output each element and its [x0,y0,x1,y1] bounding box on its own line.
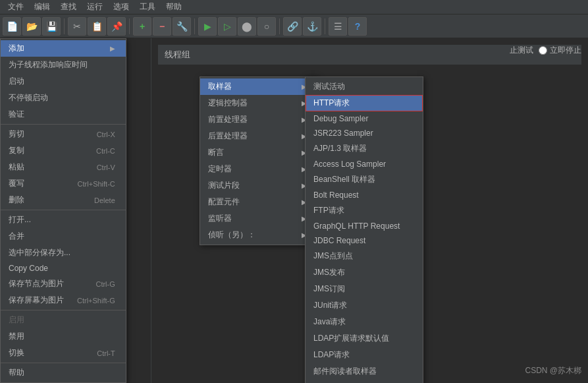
menu-open[interactable]: 打开... [1,212,126,228]
toolbar-sep1 [64,18,65,34]
sampler-jsr223[interactable]: JSR223 Sampler [306,126,423,140]
menu-disable[interactable]: 禁用 [1,328,126,345]
toolbar-circle1[interactable]: ⬤ [238,17,256,36]
toolbar-minus[interactable]: − [153,17,171,36]
menu-run[interactable]: 运行 [82,0,108,14]
submenu-logic-controller[interactable]: 逻辑控制器 ▶ [200,95,317,111]
toolbar-copy[interactable]: 📋 [88,17,106,36]
menu-merge[interactable]: 合并 [1,228,126,245]
menu-paste-label: 粘贴 [9,162,24,173]
sampler-http-request[interactable]: HTTP请求 [306,95,423,111]
sampler-jdbc[interactable]: JDBC Request [306,233,423,248]
toolbar-scissors[interactable]: 🔗 [283,17,302,36]
menu-copy-label: 复制 [9,145,24,156]
sampler-os[interactable]: OS进程取样器 [306,380,423,383]
menu-validate[interactable]: 验证 [1,106,126,123]
menu-save-node-img[interactable]: 保存节点为图片 Ctrl-G [1,276,126,292]
menu-find[interactable]: 查找 [55,0,82,14]
menu-copy-shortcut: Ctrl-C [96,147,115,155]
timer-label: 定时器 [208,163,232,175]
divider3 [1,310,126,310]
menu-save-selected[interactable]: 选中部分保存为... [1,245,126,261]
listener-alt-label: 侦听（另）： [208,229,255,241]
submenu-listener-alt[interactable]: 侦听（另）： ▶ [200,227,317,243]
sampler-jms-point[interactable]: JMS点到点 [306,248,423,264]
menu-add-label: 添加 [9,43,24,54]
toolbar-open[interactable]: 📂 [22,17,41,36]
toolbar-new[interactable]: 📄 [3,17,21,36]
toolbar-sep2 [129,18,130,34]
toolbar-paste[interactable]: 📌 [107,17,126,36]
sampler-ldap[interactable]: LDAP请求 [306,347,423,363]
menu-toggle[interactable]: 切换 Ctrl-T [1,345,126,361]
toolbar-cut[interactable]: ✂ [68,17,86,36]
sampler-ftp[interactable]: FTP请求 [306,202,423,219]
submenu-timer[interactable]: 定时器 ▶ [200,161,317,177]
menu-save-selected-label: 选中部分保存为... [9,247,70,258]
menu-save-screen-img[interactable]: 保存屏幕为图片 Ctrl+Shift-G [1,292,126,309]
menu-tools[interactable]: 工具 [134,0,161,14]
menu-overwrite[interactable]: 覆写 Ctrl+Shift-C [1,175,126,192]
jms-point-label: JMS点到点 [313,250,353,262]
menu-add[interactable]: 添加 ▶ [1,40,126,57]
sampler-graphql[interactable]: GraphQL HTTP Request [306,219,423,233]
menu-start-no-pause[interactable]: 不停顿启动 [1,90,126,106]
menu-help[interactable]: 帮助 [161,0,187,14]
sampler-jms-pub[interactable]: JMS发布 [306,264,423,281]
graphql-label: GraphQL HTTP Request [313,221,400,231]
sampler-jms-sub[interactable]: JMS订阅 [306,281,423,297]
menu-paste[interactable]: 粘贴 Ctrl-V [1,159,126,175]
menu-save-screen-img-label: 保存屏幕为图片 [9,295,64,306]
menu-delete-shortcut: Delete [94,196,115,204]
sampler-debug[interactable]: Debug Sampler [306,111,423,126]
toolbar-play-alt[interactable]: ▷ [218,17,236,36]
sampler-beanshell[interactable]: BeanShell 取样器 [306,171,423,188]
divider4 [1,363,126,363]
sampler-access-log[interactable]: Access Log Sampler [306,157,423,171]
menu-copy-code-label: Copy Code [9,264,48,273]
jms-pub-label: JMS发布 [313,267,345,278]
submenu-post-processor[interactable]: 后置处理器 ▶ [200,128,317,144]
sampler-submenu: 测试活动 HTTP请求 Debug Sampler JSR223 Sampler… [305,76,423,383]
submenu-assertion[interactable]: 断言 ▶ [200,144,317,161]
submenu-config-element[interactable]: 配置元件 ▶ [200,194,317,210]
submenu-listener[interactable]: 监听器 ▶ [200,210,317,227]
menu-options[interactable]: 选项 [108,0,134,14]
menu-enable-label: 启用 [9,314,24,326]
toolbar-table[interactable]: ☰ [329,17,347,36]
toolbar-play[interactable]: ▶ [198,17,217,36]
sampler-ldap-ext[interactable]: LDAP扩展请求默认值 [306,330,423,347]
toolbar-help[interactable]: ? [348,17,367,36]
menu-start[interactable]: 启动 [1,73,126,90]
submenu-test-fragment[interactable]: 测试片段 ▶ [200,177,317,194]
menu-toggle-label: 切换 [9,347,24,359]
menu-save-node-img-shortcut: Ctrl-G [95,280,115,288]
sampler-bolt[interactable]: Bolt Request [306,188,423,202]
menu-delete[interactable]: 删除 Delete [1,192,126,208]
toolbar-wrench[interactable]: 🔧 [173,17,191,36]
menu-copy-code[interactable]: Copy Code [1,261,126,276]
config-element-label: 配置元件 [208,196,240,208]
toolbar-plus[interactable]: + [133,17,151,36]
jsr223-label: JSR223 Sampler [313,129,373,138]
menu-edit[interactable]: 编辑 [29,0,55,14]
menu-cut[interactable]: 剪切 Ctrl-X [1,126,126,142]
toolbar-save[interactable]: 💾 [42,17,61,36]
menu-add-response-time[interactable]: 为子线程添加响应时间 [1,57,126,73]
mail-label: 邮件阅读者取样器 [313,366,377,377]
toolbar-circle2[interactable]: ○ [257,17,276,36]
menu-copy[interactable]: 复制 Ctrl-C [1,142,126,159]
sampler-mail[interactable]: 邮件阅读者取样器 [306,363,423,380]
submenu-sampler-parent[interactable]: 取样器 ▶ [200,78,317,95]
menu-file[interactable]: 文件 [3,0,29,14]
test-action-label: 测试活动 [313,81,345,92]
menu-delete-label: 删除 [9,194,24,206]
submenu-pre-processor[interactable]: 前置处理器 ▶ [200,111,317,128]
menu-help[interactable]: 帮助 [1,365,126,381]
sampler-ajp[interactable]: AJP/1.3 取样器 [306,140,423,157]
menu-enable: 启用 [1,312,126,328]
sampler-junit[interactable]: JUnit请求 [306,297,423,314]
sampler-test-action[interactable]: 测试活动 [306,78,423,95]
sampler-java[interactable]: Java请求 [306,314,423,330]
toolbar-anchor[interactable]: ⚓ [303,17,321,36]
